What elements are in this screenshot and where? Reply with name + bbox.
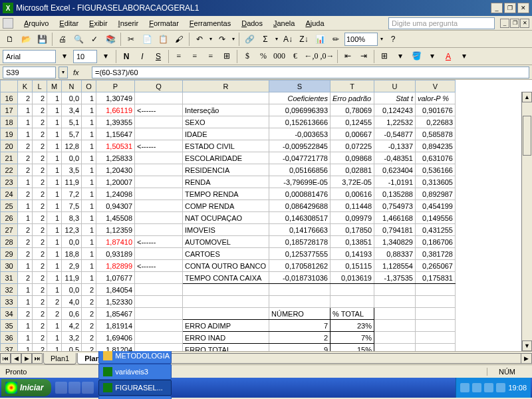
cell-K36[interactable]: 1 [18,332,33,344]
cell-U20[interactable]: -0,1337 [374,140,416,152]
fx-label[interactable]: fx [73,68,86,76]
cell-V29[interactable]: 0,381728 [416,248,456,260]
format-painter-button[interactable]: 🖌 [172,32,186,47]
cell-T20[interactable]: 0,07225 [331,140,374,152]
cell-M19[interactable]: 1 [47,128,62,140]
cell-O22[interactable]: 1 [82,164,96,176]
underline-button[interactable]: S [151,49,166,64]
cell-M17[interactable]: 1 [47,104,62,116]
cell-R19[interactable]: IDADE [183,128,269,140]
row-header-26[interactable]: 26 [1,212,18,224]
cell-U16[interactable]: Stat t [374,92,416,104]
cell-R26[interactable]: NAT OCUPAÇAO [183,212,269,224]
row-header-23[interactable]: 23 [1,176,18,188]
cell-M28[interactable]: 1 [47,236,62,248]
cell-V32[interactable] [416,284,456,296]
cell-O28[interactable]: 1 [82,236,96,248]
vertical-scrollbar[interactable]: ▲ ▼ [521,92,532,351]
taskbar-item[interactable]: variáveis3 [98,364,172,380]
col-header-V[interactable]: V [416,80,456,92]
cell-R27[interactable]: IMOVEIS [183,224,269,236]
cell-T29[interactable]: 0,14193 [331,248,374,260]
cell-O34[interactable]: 2 [82,308,96,320]
cell-P17[interactable]: 1,66119 [96,104,135,116]
bold-button[interactable]: N [119,49,134,64]
fill-color-button[interactable]: 🪣 [409,49,424,64]
cell-V35[interactable] [416,320,456,332]
cell-R29[interactable]: CARTOES [183,248,269,260]
cell-R33[interactable] [183,296,269,308]
cell-P16[interactable]: 1,30749 [96,92,135,104]
cell-K24[interactable]: 2 [18,188,33,200]
cell-L16[interactable]: 2 [33,92,47,104]
cell-P19[interactable]: 1,15647 [96,128,135,140]
cell-N20[interactable]: 12,8 [62,140,82,152]
cell-K17[interactable]: 1 [18,104,33,116]
cell-Q26[interactable] [135,212,183,224]
percent-button[interactable]: % [256,49,271,64]
cell-S30[interactable]: 0,170581262 [269,260,331,272]
doc-close-button[interactable]: ✕ [520,19,529,28]
cell-U29[interactable]: 0,88337 [374,248,416,260]
cell-Q37[interactable] [135,344,183,352]
preview-button[interactable]: 🔍 [71,32,86,47]
cell-Q16[interactable] [135,92,183,104]
menu-dados[interactable]: Dados [236,18,268,29]
cell-T23[interactable]: 3,72E-05 [331,176,374,188]
sort-desc-button[interactable]: Z↓ [297,32,311,47]
cell-S31[interactable]: -0,018731036 [269,272,331,284]
cell-Q20[interactable]: <------ [135,140,183,152]
menu-editar[interactable]: Editar [54,18,84,29]
cell-L22[interactable]: 2 [33,164,47,176]
increase-indent-button[interactable]: ⇥ [356,49,371,64]
cell-S16[interactable]: Coeficientes [269,92,331,104]
tab-nav-first[interactable]: ⏮ [0,353,11,364]
col-header-T[interactable]: T [331,80,374,92]
cell-O21[interactable]: 1 [82,152,96,164]
undo-dropdown[interactable]: ▾ [208,32,213,47]
menu-ferramentas[interactable]: Ferramentas [184,18,236,29]
align-center-button[interactable]: ≡ [188,49,202,64]
row-header-16[interactable]: 16 [1,92,18,104]
cell-U17[interactable]: 0,124243 [374,104,416,116]
cell-P32[interactable]: 1,84054 [96,284,135,296]
scroll-down-button[interactable]: ▼ [522,340,532,351]
start-button[interactable]: Iniciar [1,379,51,396]
cell-V34[interactable] [416,308,456,320]
cell-P31[interactable]: 1,07677 [96,272,135,284]
cell-M22[interactable]: 1 [47,164,62,176]
cell-L26[interactable]: 2 [33,212,47,224]
cell-V16[interactable]: valor-P % [416,92,456,104]
cell-S34[interactable]: NÚMERO [269,308,331,320]
cell-U28[interactable]: 1,340829 [374,236,416,248]
cell-T24[interactable]: 0,00616 [331,188,374,200]
cell-P20[interactable]: 1,50531 [96,140,135,152]
cell-K37[interactable]: 1 [18,344,33,352]
cell-M26[interactable]: 1 [47,212,62,224]
row-header-36[interactable]: 36 [1,332,18,344]
cell-T21[interactable]: 0,09868 [331,152,374,164]
horizontal-scrollbar[interactable]: ◀ ▶ [117,353,533,364]
row-header-32[interactable]: 32 [1,284,18,296]
font-color-dropdown[interactable]: ▾ [457,49,471,64]
drawing-button[interactable]: ✏ [329,32,343,47]
row-header-37[interactable]: 37 [1,344,18,352]
hyperlink-button[interactable]: 🔗 [242,32,257,47]
cell-U25[interactable]: 0,754973 [374,200,416,212]
cell-P34[interactable]: 1,85467 [96,308,135,320]
cell-K22[interactable]: 2 [18,164,33,176]
align-right-button[interactable]: ≡ [203,49,218,64]
cell-U30[interactable]: 1,128554 [374,260,416,272]
cell-U23[interactable]: -1,0191 [374,176,416,188]
cell-P29[interactable]: 0,93189 [96,248,135,260]
cell-P21[interactable]: 1,25833 [96,152,135,164]
col-header-R[interactable]: R [183,80,269,92]
menu-ajuda[interactable]: Ajuda [300,18,329,29]
cell-P26[interactable]: 1,45508 [96,212,135,224]
row-header-25[interactable]: 25 [1,200,18,212]
cell-S27[interactable]: 0,14176663 [269,224,331,236]
hscroll-right[interactable]: ▶ [521,354,531,363]
cell-U27[interactable]: 0,794181 [374,224,416,236]
cell-T37[interactable]: 15% [331,344,374,352]
cell-U32[interactable] [374,284,416,296]
